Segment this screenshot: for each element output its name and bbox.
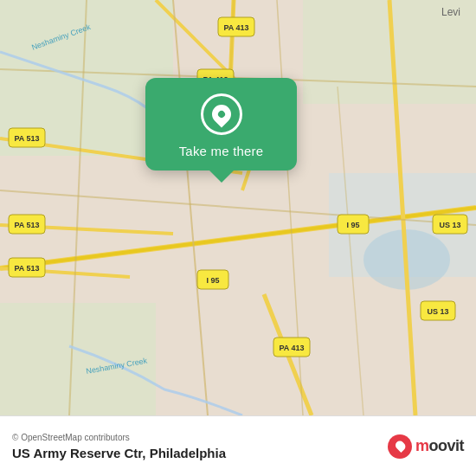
bottom-bar: © OpenStreetMap contributors US Army Res… — [0, 415, 476, 476]
moovit-text-colored: m — [415, 437, 429, 454]
location-popup[interactable]: Take me there — [145, 78, 297, 170]
osm-attribution: © OpenStreetMap contributors — [12, 433, 388, 442]
moovit-wordmark: moovit — [415, 437, 464, 455]
svg-text:PA 513: PA 513 — [14, 264, 39, 273]
svg-text:Levi: Levi — [441, 6, 460, 18]
take-me-there-button[interactable]: Take me there — [179, 144, 264, 158]
location-info: © OpenStreetMap contributors US Army Res… — [12, 433, 388, 460]
svg-text:PA 413: PA 413 — [223, 23, 248, 32]
svg-text:US 13: US 13 — [439, 221, 460, 229]
location-pin-icon — [201, 93, 242, 135]
map-area: PA 413 PA 412 PA 513 PA 513 PA 513 I 95 … — [0, 0, 476, 415]
pin-shape — [208, 100, 235, 127]
svg-text:PA 513: PA 513 — [14, 134, 39, 143]
moovit-pin-shape — [394, 439, 408, 453]
moovit-icon — [388, 434, 412, 459]
svg-text:I 95: I 95 — [346, 221, 359, 229]
moovit-logo: moovit — [388, 434, 464, 459]
svg-text:US 13: US 13 — [427, 307, 448, 316]
svg-text:PA 413: PA 413 — [279, 344, 304, 352]
svg-text:PA 513: PA 513 — [14, 221, 39, 229]
location-name: US Army Reserve Ctr, Philadelphia — [12, 446, 388, 460]
svg-text:I 95: I 95 — [206, 276, 219, 285]
